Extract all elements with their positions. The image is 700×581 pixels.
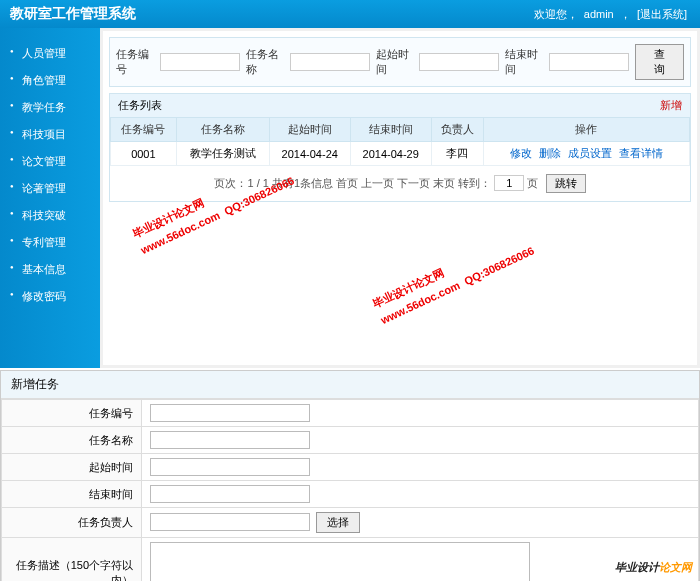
header-user: 欢迎您， admin ， [退出系统] (534, 7, 690, 22)
logout-link[interactable]: [退出系统] (637, 8, 687, 20)
f-end[interactable] (150, 485, 310, 503)
col-id: 任务编号 (111, 118, 177, 142)
select-button[interactable]: 选择 (316, 512, 360, 533)
input-end[interactable] (549, 53, 629, 71)
op-member[interactable]: 成员设置 (568, 147, 612, 159)
main: 人员管理 角色管理 教学任务 科技项目 论文管理 论著管理 科技突破 专利管理 … (0, 28, 700, 368)
add-form: 新增任务 任务编号 任务名称 起始时间 结束时间 任务负责人 选择 任务描述（1… (0, 370, 700, 581)
header: 教研室工作管理系统 欢迎您， admin ， [退出系统] (0, 0, 700, 28)
list-title: 任务列表 (118, 98, 162, 113)
sidebar-item-staff[interactable]: 人员管理 (0, 40, 100, 67)
page-input[interactable] (494, 175, 524, 191)
sidebar-item-role[interactable]: 角色管理 (0, 67, 100, 94)
op-del[interactable]: 删除 (539, 147, 561, 159)
sidebar-item-pwd[interactable]: 修改密码 (0, 283, 100, 310)
label-end: 结束时间 (505, 47, 543, 77)
sidebar-item-paper[interactable]: 论文管理 (0, 148, 100, 175)
col-owner: 负责人 (431, 118, 483, 142)
f-taskno[interactable] (150, 404, 310, 422)
col-ops: 操作 (483, 118, 689, 142)
input-taskname[interactable] (290, 53, 370, 71)
f-desc[interactable] (150, 542, 530, 581)
user-link[interactable]: admin (584, 8, 614, 20)
task-table: 任务编号 任务名称 起始时间 结束时间 负责人 操作 0001 教学任务测试 2… (110, 117, 690, 166)
col-name: 任务名称 (176, 118, 269, 142)
f-start[interactable] (150, 458, 310, 476)
add-link[interactable]: 新增 (660, 98, 682, 113)
sidebar-item-patent[interactable]: 专利管理 (0, 229, 100, 256)
op-detail[interactable]: 查看详情 (619, 147, 663, 159)
label-taskno: 任务编号 (116, 47, 154, 77)
sidebar-item-break[interactable]: 科技突破 (0, 202, 100, 229)
task-list: 任务列表 新增 任务编号 任务名称 起始时间 结束时间 负责人 操作 0001 … (109, 93, 691, 202)
app-title: 教研室工作管理系统 (10, 5, 136, 23)
input-taskno[interactable] (160, 53, 240, 71)
sidebar-item-task[interactable]: 教学任务 (0, 94, 100, 121)
search-button[interactable]: 查询 (635, 44, 684, 80)
sidebar-item-info[interactable]: 基本信息 (0, 256, 100, 283)
pager: 页次：1 / 1 共有1条信息 首页 上一页 下一页 末页 转到： 页 跳转 (110, 166, 690, 201)
label-taskname: 任务名称 (246, 47, 284, 77)
watermark: 毕业设计论文网www.56doc.com QQ:306826066 (370, 226, 537, 329)
sidebar-item-book[interactable]: 论著管理 (0, 175, 100, 202)
col-end: 结束时间 (350, 118, 431, 142)
col-start: 起始时间 (269, 118, 350, 142)
brand-watermark: 毕业设计论文网 (615, 557, 692, 575)
input-start[interactable] (419, 53, 499, 71)
jump-button[interactable]: 跳转 (546, 174, 586, 193)
op-edit[interactable]: 修改 (510, 147, 532, 159)
label-start: 起始时间 (376, 47, 414, 77)
form-title: 新增任务 (1, 371, 699, 399)
content: 任务编号 任务名称 起始时间 结束时间 查询 任务列表 新增 任务编号 任务名称… (103, 31, 697, 365)
table-row: 0001 教学任务测试 2014-04-24 2014-04-29 李四 修改 … (111, 142, 690, 166)
f-owner[interactable] (150, 513, 310, 531)
sidebar-item-tech[interactable]: 科技项目 (0, 121, 100, 148)
f-taskname[interactable] (150, 431, 310, 449)
search-bar: 任务编号 任务名称 起始时间 结束时间 查询 (109, 37, 691, 87)
sidebar: 人员管理 角色管理 教学任务 科技项目 论文管理 论著管理 科技突破 专利管理 … (0, 28, 100, 368)
